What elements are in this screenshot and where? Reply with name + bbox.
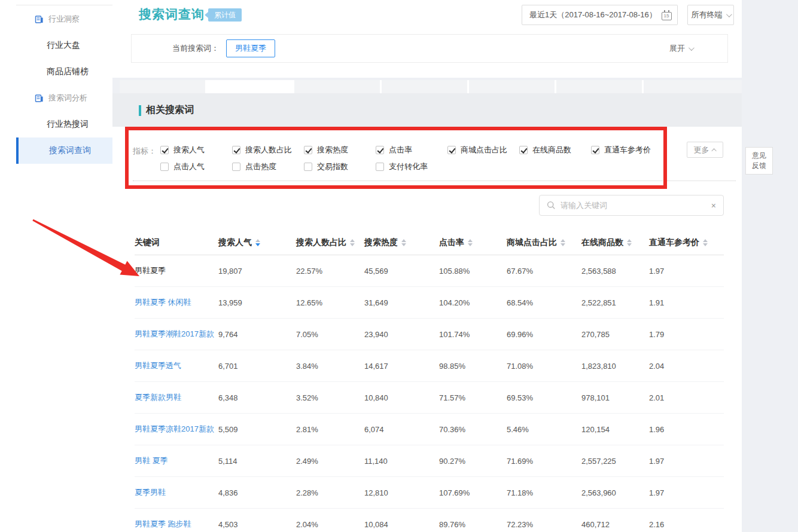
cell: 71.69% — [507, 457, 581, 466]
sidebar-group-industry-insight[interactable]: 行业洞察 — [0, 6, 112, 32]
cell: 3.52% — [296, 393, 364, 402]
calendar-button[interactable]: 15 — [656, 5, 678, 25]
cell: 2.04 — [649, 362, 724, 371]
metric-checkbox-ztc-reference-price[interactable]: 直通车参考价 — [591, 145, 663, 155]
keyword-link[interactable]: 男鞋夏季透气 — [135, 360, 218, 371]
related-keywords-table: 关键词 搜索人气 搜索人数占比 搜索热度 点击率 — [135, 231, 724, 532]
cell: 7.05% — [296, 330, 364, 339]
metric-checkbox-click-heat[interactable]: 点击热度 — [232, 161, 304, 172]
section-header-band: 相关搜索词 — [112, 93, 742, 127]
sidebar-group-label: 搜索词分析 — [48, 93, 87, 103]
current-term-label: 当前搜索词： — [172, 43, 219, 54]
cell: 1.91 — [649, 298, 724, 307]
sort-control-icon[interactable] — [703, 239, 708, 246]
chevron-down-icon — [726, 11, 732, 17]
sidebar-item-label: 搜索词查询 — [49, 145, 91, 156]
sidebar-item-search-word-query[interactable]: 搜索词查询 — [16, 137, 112, 164]
column-header-click-rate: 点击率 — [439, 237, 507, 248]
metrics-filter-row-2: 点击人气 点击热度 交易指数 支付转化率 — [160, 161, 447, 172]
expand-toggle[interactable]: 展开 — [669, 43, 693, 54]
cell: 12.65% — [296, 298, 364, 307]
column-header-search-popularity: 搜索人气 — [218, 237, 296, 248]
sidebar-group-search-analysis[interactable]: 搜索词分析 — [0, 85, 112, 111]
checkbox-unchecked-icon[interactable] — [160, 163, 169, 171]
header-card: 搜索词查询 累计值 最近1天（2017-08-16~2017-08-16） 15… — [112, 0, 742, 78]
cell: 31,649 — [364, 298, 439, 307]
sort-control-icon[interactable] — [401, 239, 406, 246]
cell: 105.88% — [439, 267, 507, 276]
tab[interactable] — [382, 80, 469, 93]
cell: 5,114 — [218, 457, 296, 466]
metric-checkbox-transaction-index[interactable]: 交易指数 — [304, 161, 376, 172]
cell: 1.96 — [649, 425, 724, 434]
checkbox-checked-icon[interactable] — [519, 146, 528, 154]
terminal-dropdown[interactable]: 所有终端 — [687, 5, 734, 25]
sidebar-item-industry-dashboard[interactable]: 行业大盘 — [0, 32, 112, 59]
search-icon — [547, 201, 556, 210]
cell: 2,522,851 — [581, 298, 649, 307]
sort-control-icon[interactable] — [627, 239, 632, 246]
keyword-link[interactable]: 夏季新款男鞋 — [135, 392, 218, 403]
date-range-picker[interactable]: 最近1天（2017-08-16~2017-08-16） — [522, 5, 665, 25]
cell: 12,810 — [364, 488, 439, 497]
table-row: 男鞋夏季 19,807 22.57% 45,569 105.88% 67.67%… — [135, 255, 724, 287]
cumulative-badge: 累计值 — [208, 8, 242, 22]
keyword-link[interactable]: 男鞋 夏季 — [135, 455, 218, 466]
checkbox-checked-icon[interactable] — [376, 146, 384, 154]
cell: 6,074 — [364, 425, 439, 434]
checkbox-label: 直通车参考价 — [604, 145, 651, 155]
keyword-link[interactable]: 男鞋夏季潮鞋2017新款 — [135, 329, 218, 340]
sort-control-icon[interactable] — [561, 239, 565, 246]
tab[interactable] — [469, 80, 556, 93]
keyword-link[interactable]: 男鞋夏季凉鞋2017新款 — [135, 424, 218, 435]
checkbox-checked-icon[interactable] — [591, 146, 599, 154]
clear-input-icon[interactable]: × — [711, 201, 716, 210]
sort-control-icon[interactable] — [350, 239, 355, 246]
metric-checkbox-click-popularity[interactable]: 点击人气 — [160, 161, 232, 172]
cell: 4,836 — [218, 488, 296, 497]
cell: 68.54% — [507, 298, 581, 307]
keyword-link[interactable]: 夏季男鞋 — [135, 487, 218, 498]
chevron-up-icon — [711, 148, 716, 153]
more-label: 更多 — [694, 145, 709, 155]
sidebar-item-product-shop-rank[interactable]: 商品店铺榜 — [0, 59, 112, 85]
metrics-label: 指标： — [133, 146, 156, 157]
cell: 2,563,960 — [581, 488, 649, 497]
tab[interactable] — [294, 80, 382, 93]
checkbox-checked-icon[interactable] — [304, 146, 312, 154]
sort-control-icon[interactable] — [255, 239, 260, 246]
cell: 2,557,225 — [581, 457, 649, 466]
checkbox-checked-icon[interactable] — [160, 146, 169, 154]
metric-checkbox-search-heat[interactable]: 搜索热度 — [304, 145, 376, 155]
checkbox-unchecked-icon[interactable] — [304, 163, 312, 171]
sort-control-icon[interactable] — [468, 239, 473, 246]
keyword-search-input[interactable] — [561, 201, 706, 210]
sidebar-item-label: 行业大盘 — [47, 40, 80, 51]
cell: 4,503 — [218, 520, 296, 529]
checkbox-unchecked-icon[interactable] — [376, 163, 384, 171]
table-row: 男鞋夏季透气 6,701 3.84% 14,617 98.85% 71.08% … — [135, 350, 724, 382]
calendar-day: 15 — [664, 13, 669, 19]
metric-checkbox-online-products[interactable]: 在线商品数 — [519, 145, 591, 155]
sidebar-item-industry-hot-words[interactable]: 行业热搜词 — [0, 111, 112, 137]
metric-checkbox-click-rate[interactable]: 点击率 — [376, 145, 447, 155]
cell: 98.85% — [439, 362, 507, 371]
metric-checkbox-searcher-ratio[interactable]: 搜索人数占比 — [232, 145, 304, 155]
metric-checkbox-search-popularity[interactable]: 搜索人气 — [160, 145, 232, 155]
checkbox-checked-icon[interactable] — [447, 146, 456, 154]
tab[interactable] — [120, 80, 207, 93]
cell: 107.69% — [439, 488, 507, 497]
metric-checkbox-mall-click-ratio[interactable]: 商城点击占比 — [447, 145, 519, 155]
checkbox-checked-icon[interactable] — [232, 146, 240, 154]
tab-active[interactable] — [207, 80, 294, 93]
metric-checkbox-payment-conversion[interactable]: 支付转化率 — [376, 161, 447, 172]
tab[interactable] — [556, 80, 644, 93]
checkbox-unchecked-icon[interactable] — [232, 163, 240, 171]
tab[interactable] — [644, 80, 742, 93]
keyword-link[interactable]: 男鞋夏季 休闲鞋 — [135, 297, 218, 308]
feedback-button[interactable]: 意见 反馈 — [745, 147, 773, 175]
terminal-label: 所有终端 — [692, 10, 723, 20]
keyword-link[interactable]: 男鞋夏季 跑步鞋 — [135, 519, 218, 530]
current-term-chip[interactable]: 男鞋夏季 — [226, 39, 275, 57]
more-button[interactable]: 更多 — [687, 142, 723, 158]
